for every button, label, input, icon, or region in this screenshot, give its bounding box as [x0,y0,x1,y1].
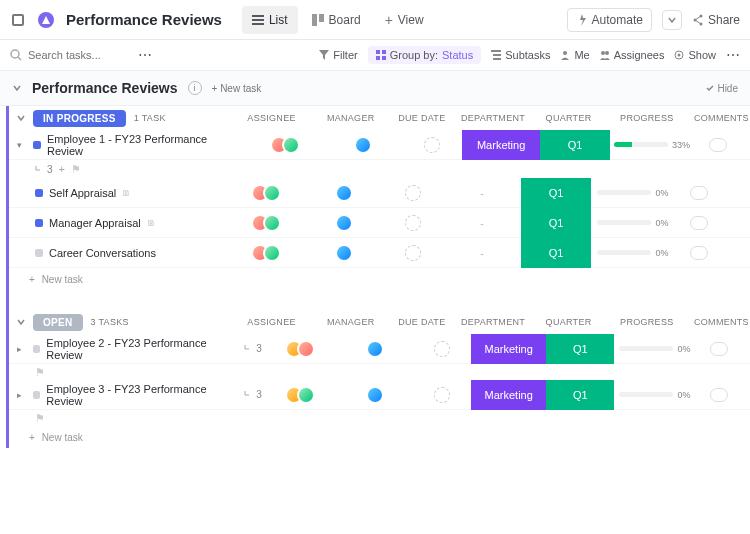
task-name[interactable]: Employee 2 - FY23 Performance Review [46,337,238,361]
manager-avatar[interactable] [366,386,384,404]
subtask-count[interactable]: 3 [35,164,53,175]
col-quarter[interactable]: Quarter [538,317,600,327]
row-collapse-icon[interactable]: ▸ [17,390,27,400]
quarter-cell[interactable]: Q1 [540,130,610,160]
comment-icon[interactable] [710,388,728,402]
task-row[interactable]: Self Appraisal 🗎 - Q1 0% [9,178,750,208]
col-quarter[interactable]: Quarter [538,113,600,123]
department-cell[interactable]: Marketing [471,334,547,364]
comment-icon[interactable] [690,246,708,260]
menu-icon[interactable] [10,12,26,28]
progress-cell[interactable]: 0% [614,390,695,400]
department-cell[interactable]: - [443,247,521,259]
new-task-button[interactable]: + New task [9,426,750,448]
group-by-chip[interactable]: Group by: Status [368,46,482,64]
due-date-icon[interactable] [405,185,421,201]
status-dot[interactable] [33,345,41,353]
due-date-icon[interactable] [434,341,450,357]
col-assignee[interactable]: Assignee [237,113,306,123]
col-department[interactable]: Department [458,113,527,123]
show-button[interactable]: Show [674,49,716,61]
toolbar-more-icon[interactable]: ⋯ [726,47,740,63]
status-dot[interactable] [35,249,43,257]
flag-icon[interactable]: ⚑ [35,412,45,425]
status-pill-open[interactable]: OPEN [33,314,83,331]
department-cell[interactable]: - [443,217,521,229]
quarter-cell[interactable]: Q1 [521,238,591,268]
subtask-count[interactable]: 3 [244,343,262,354]
new-task-button[interactable]: + New task [9,268,750,290]
task-row[interactable]: ▸ Employee 3 - FY23 Performance Review 3… [9,380,750,410]
col-due[interactable]: Due date [395,113,448,123]
manager-avatar[interactable] [354,136,372,154]
col-assignee[interactable]: Assignee [237,317,306,327]
assignees-button[interactable]: Assignees [600,49,665,61]
task-row[interactable]: Manager Appraisal 🗎 - Q1 0% [9,208,750,238]
comment-icon[interactable] [690,186,708,200]
link-icon[interactable]: 🗎 [122,188,131,198]
progress-cell[interactable]: 33% [610,140,694,150]
task-name[interactable]: Self Appraisal [49,187,116,199]
status-dot[interactable] [33,391,41,399]
progress-cell[interactable]: 0% [591,188,675,198]
department-cell[interactable]: Marketing [462,130,540,160]
search-more-icon[interactable]: ⋯ [138,47,152,63]
automate-button[interactable]: Automate [567,8,652,32]
automate-dropdown[interactable] [662,10,682,30]
task-name[interactable]: Manager Appraisal [49,217,141,229]
flag-icon[interactable]: ⚑ [71,163,81,176]
assignee-avatars[interactable] [270,136,300,154]
me-button[interactable]: Me [560,49,589,61]
assignee-avatars[interactable] [285,340,315,358]
manager-avatar[interactable] [335,184,353,202]
tab-view[interactable]: + View [375,6,434,34]
subtask-count[interactable]: 3 [244,389,262,400]
manager-avatar[interactable] [335,244,353,262]
task-name[interactable]: Career Conversations [49,247,156,259]
tab-list[interactable]: List [242,6,298,34]
add-subtask-icon[interactable]: + [59,163,65,175]
department-cell[interactable]: Marketing [471,380,547,410]
group-collapse-icon[interactable] [17,114,25,122]
task-name[interactable]: Employee 1 - FY23 Performance Review [47,133,246,157]
quarter-cell[interactable]: Q1 [546,380,614,410]
flag-icon[interactable]: ⚑ [35,366,45,379]
link-icon[interactable]: 🗎 [147,218,156,228]
manager-avatar[interactable] [335,214,353,232]
comment-icon[interactable] [710,342,728,356]
col-manager[interactable]: Manager [316,113,385,123]
status-dot[interactable] [35,189,43,197]
comment-icon[interactable] [709,138,727,152]
col-manager[interactable]: Manager [316,317,385,327]
quarter-cell[interactable]: Q1 [546,334,614,364]
assignee-avatars[interactable] [285,386,315,404]
subtasks-button[interactable]: Subtasks [491,49,550,61]
col-progress[interactable]: Progress [610,113,684,123]
status-pill-inprogress[interactable]: IN PROGRESS [33,110,126,127]
status-dot[interactable] [35,219,43,227]
filter-button[interactable]: Filter [319,49,357,61]
info-icon[interactable]: i [188,81,202,95]
section-new-task[interactable]: + New task [212,83,262,94]
row-collapse-icon[interactable]: ▸ [17,344,27,354]
manager-avatar[interactable] [366,340,384,358]
tab-board[interactable]: Board [302,6,371,34]
due-date-icon[interactable] [405,245,421,261]
department-cell[interactable]: - [443,187,521,199]
assignee-avatars[interactable] [251,214,281,232]
task-name[interactable]: Employee 3 - FY23 Performance Review [46,383,238,407]
comment-icon[interactable] [690,216,708,230]
status-dot[interactable] [33,141,41,149]
quarter-cell[interactable]: Q1 [521,178,591,208]
due-date-icon[interactable] [405,215,421,231]
progress-cell[interactable]: 0% [591,218,675,228]
quarter-cell[interactable]: Q1 [521,208,591,238]
row-collapse-icon[interactable]: ▾ [17,140,27,150]
group-collapse-icon[interactable] [17,318,25,326]
section-collapse-icon[interactable] [12,83,22,93]
due-date-icon[interactable] [434,387,450,403]
assignee-avatars[interactable] [251,244,281,262]
search-input[interactable] [28,49,128,61]
due-date-icon[interactable] [424,137,440,153]
col-due[interactable]: Due date [395,317,448,327]
